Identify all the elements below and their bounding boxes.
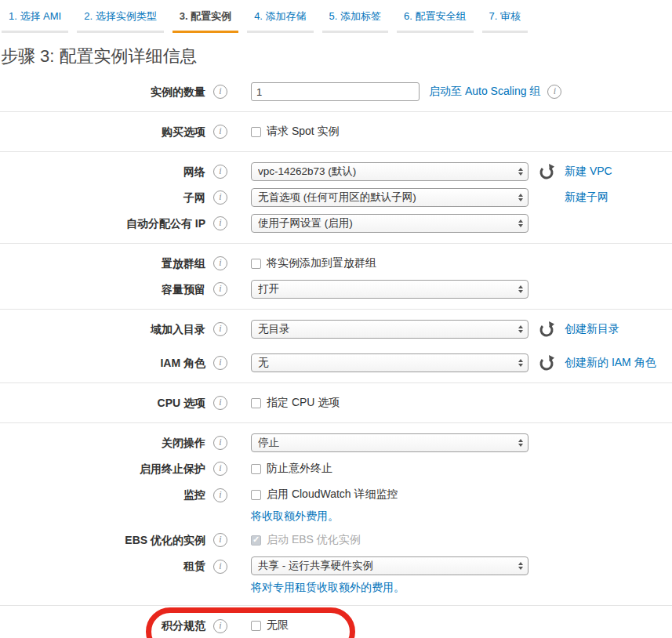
info-icon[interactable] — [213, 533, 227, 547]
info-icon[interactable] — [213, 356, 227, 370]
select-value: 共享 - 运行共享硬件实例 — [258, 559, 373, 573]
info-icon[interactable] — [213, 256, 227, 270]
info-icon[interactable] — [213, 216, 227, 230]
page-title: 步骤 3: 配置实例详细信息 — [1, 45, 672, 68]
ebs-optimized-checkbox: 启动 EBS 优化实例 — [251, 531, 361, 549]
refresh-icon[interactable] — [539, 321, 554, 337]
section-directory-iam: 域加入目录 无目录 创建新目录 IAM 角色 — [0, 310, 672, 383]
refresh-icon[interactable] — [539, 355, 554, 371]
up-down-arrows-icon — [518, 439, 523, 447]
network-select[interactable]: vpc-14262b73 (默认) — [251, 162, 529, 181]
field-label-iam-role: IAM 角色 — [0, 353, 205, 372]
field-label-tenancy: 租赁 — [0, 556, 205, 575]
row-monitoring: 监控 启用 CloudWatch 详细监控 将收取额外费用。 — [0, 485, 672, 524]
select-value: 无首选项 (任何可用区的默认子网) — [258, 190, 416, 205]
tab-label: 5. 添加标签 — [329, 10, 381, 22]
tenancy-fee-note: 将对专用租赁收取额外的费用。 — [251, 581, 405, 595]
up-down-arrows-icon — [518, 194, 523, 201]
refresh-icon[interactable] — [539, 164, 554, 179]
domain-join-directory-select[interactable]: 无目录 — [251, 320, 529, 339]
info-icon[interactable] — [213, 462, 227, 476]
info-icon[interactable] — [213, 282, 227, 296]
create-vpc-link[interactable]: 新建 VPC — [565, 165, 612, 179]
up-down-arrows-icon — [518, 285, 523, 293]
auto-assign-public-ip-select[interactable]: 使用子网设置 (启用) — [251, 214, 529, 233]
checkbox-box[interactable] — [251, 259, 261, 269]
select-value: vpc-14262b73 (默认) — [258, 165, 356, 179]
launch-into-auto-scaling-link[interactable]: 启动至 Auto Scaling 组 — [429, 85, 540, 99]
create-directory-link[interactable]: 创建新目录 — [565, 322, 619, 336]
info-icon[interactable] — [213, 619, 227, 633]
tab-review[interactable]: 7. 审核 — [482, 7, 528, 33]
checkbox-box[interactable] — [251, 127, 261, 137]
field-label-subnet: 子网 — [0, 188, 205, 207]
tab-choose-ami[interactable]: 1. 选择 AMI — [2, 7, 68, 33]
section-instance-count: 实例的数量 启动至 Auto Scaling 组 — [0, 72, 672, 112]
request-spot-checkbox[interactable]: 请求 Spot 实例 — [251, 122, 340, 141]
info-icon[interactable] — [213, 85, 227, 99]
tab-label: 1. 选择 AMI — [9, 10, 61, 22]
row-purchase-option: 购买选项 请求 Spot 实例 — [0, 122, 672, 141]
select-value: 停止 — [258, 436, 279, 450]
tab-label: 2. 选择实例类型 — [84, 10, 156, 22]
info-icon[interactable] — [547, 85, 561, 99]
cloudwatch-monitoring-checkbox[interactable]: 启用 CloudWatch 详细监控 — [251, 485, 398, 504]
field-label-instance-count: 实例的数量 — [0, 82, 205, 101]
field-label-monitoring: 监控 — [0, 485, 205, 504]
termination-protection-checkbox[interactable]: 防止意外终止 — [251, 459, 332, 478]
cpu-options-checkbox[interactable]: 指定 CPU 选项 — [251, 393, 340, 412]
checkbox-box[interactable] — [251, 621, 261, 631]
info-icon[interactable] — [213, 436, 227, 450]
create-iam-role-link[interactable]: 创建新的 IAM 角色 — [565, 356, 656, 370]
select-value: 无目录 — [258, 322, 290, 336]
checkbox-box[interactable] — [251, 398, 261, 408]
row-domain-join-directory: 域加入目录 无目录 创建新目录 — [0, 320, 672, 339]
shutdown-behavior-select[interactable]: 停止 — [251, 433, 529, 452]
up-down-arrows-icon — [518, 562, 523, 570]
tab-label: 6. 配置安全组 — [404, 10, 466, 22]
subnet-select[interactable]: 无首选项 (任何可用区的默认子网) — [251, 188, 529, 207]
create-subnet-link[interactable]: 新建子网 — [565, 190, 608, 205]
iam-role-select[interactable]: 无 — [251, 353, 529, 372]
field-label-auto-assign-public-ip: 自动分配公有 IP — [0, 214, 205, 233]
field-label-domain-join-directory: 域加入目录 — [0, 320, 205, 339]
checkbox-label: 请求 Spot 实例 — [267, 125, 340, 139]
instance-count-input[interactable] — [251, 82, 420, 101]
section-behavior: 关闭操作 停止 启用终止保护 防止意外终止 监控 — [0, 423, 672, 606]
field-label-network: 网络 — [0, 162, 205, 181]
tab-label: 3. 配置实例 — [180, 10, 231, 22]
tab-add-tags[interactable]: 5. 添加标签 — [322, 7, 388, 33]
unlimited-credit-checkbox[interactable]: 无限 — [251, 616, 289, 635]
row-subnet: 子网 无首选项 (任何可用区的默认子网) 新建子网 — [0, 188, 672, 207]
checkbox-label: 启动 EBS 优化实例 — [267, 533, 361, 547]
info-icon[interactable] — [213, 190, 227, 205]
up-down-arrows-icon — [518, 325, 523, 333]
tab-choose-instance-type[interactable]: 2. 选择实例类型 — [77, 7, 163, 33]
info-icon[interactable] — [213, 165, 227, 179]
info-icon[interactable] — [213, 125, 227, 139]
tab-configure-security-group[interactable]: 6. 配置安全组 — [397, 7, 473, 33]
row-placement-group: 置放群组 将实例添加到置放群组 — [0, 254, 672, 273]
field-label-ebs-optimized: EBS 优化的实例 — [0, 531, 205, 549]
tab-label: 4. 添加存储 — [254, 10, 306, 22]
up-down-arrows-icon — [518, 168, 523, 176]
info-icon[interactable] — [213, 488, 227, 502]
field-label-cpu-options: CPU 选项 — [0, 393, 205, 412]
row-auto-assign-public-ip: 自动分配公有 IP 使用子网设置 (启用) — [0, 214, 672, 233]
tenancy-select[interactable]: 共享 - 运行共享硬件实例 — [251, 556, 529, 575]
placement-group-checkbox[interactable]: 将实例添加到置放群组 — [251, 254, 376, 273]
field-label-capacity-reservation: 容量预留 — [0, 280, 205, 299]
info-icon[interactable] — [213, 322, 227, 336]
monitoring-fee-note: 将收取额外费用。 — [251, 509, 339, 524]
tab-configure-instance[interactable]: 3. 配置实例 — [173, 7, 238, 33]
row-iam-role: IAM 角色 无 创建新的 IAM 角色 — [0, 353, 672, 372]
checkbox-label: 将实例添加到置放群组 — [267, 256, 376, 270]
row-instance-count: 实例的数量 启动至 Auto Scaling 组 — [0, 82, 672, 101]
checkbox-box[interactable] — [251, 464, 261, 474]
row-shutdown-behavior: 关闭操作 停止 — [0, 433, 672, 452]
info-icon[interactable] — [213, 396, 227, 410]
checkbox-box[interactable] — [251, 490, 261, 500]
info-icon[interactable] — [213, 560, 227, 574]
capacity-reservation-select[interactable]: 打开 — [251, 280, 529, 299]
tab-add-storage[interactable]: 4. 添加存储 — [247, 7, 313, 33]
